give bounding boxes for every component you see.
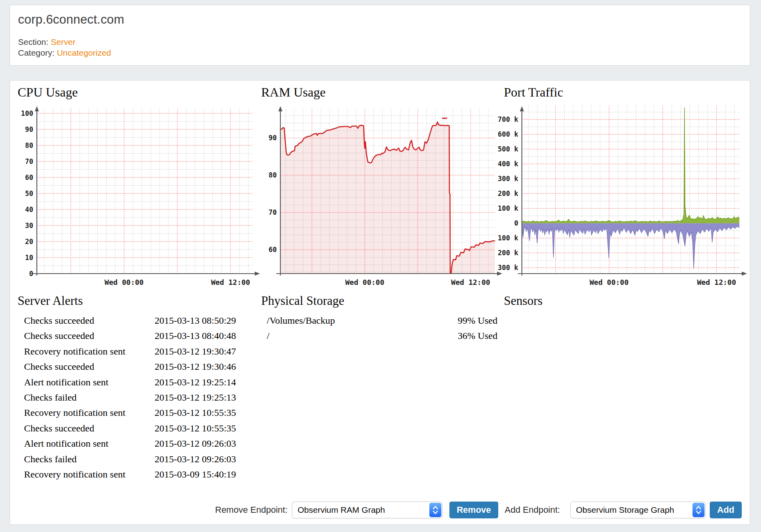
svg-text:600 k: 600 k [498, 130, 518, 138]
alert-label: Checks failed [24, 451, 155, 467]
alert-timestamp: 2015-03-12 19:30:47 [155, 344, 264, 359]
alert-row: Recovery notification sent2015-03-12 10:… [24, 405, 264, 420]
svg-text:70: 70 [25, 157, 33, 165]
storage-used-percent: 36% Used [458, 328, 497, 343]
storage-used-percent: 99% Used [458, 313, 497, 328]
svg-text:50: 50 [25, 189, 33, 197]
svg-text:30: 30 [25, 222, 33, 230]
section-line: Section: Server [18, 37, 76, 47]
svg-text:Wed 00:00: Wed 00:00 [590, 278, 629, 286]
alert-timestamp: 2015-03-12 19:30:46 [155, 359, 264, 374]
alert-timestamp: 2015-03-13 08:50:29 [155, 313, 264, 328]
port-traffic-chart: 700 k600 k500 k400 k300 k200 k100 k0100 … [487, 91, 756, 288]
alert-row: Checks failed2015-03-12 09:26:03 [24, 451, 264, 467]
svg-text:500 k: 500 k [498, 145, 518, 153]
alert-row: Alert notification sent2015-03-12 19:25:… [24, 375, 264, 390]
svg-text:40: 40 [25, 206, 33, 214]
alert-label: Checks failed [24, 390, 155, 405]
svg-text:200 k: 200 k [498, 189, 518, 197]
storage-section-title: Physical Storage [261, 294, 344, 308]
remove-endpoint-select-value: Observium RAM Graph [298, 502, 385, 518]
svg-text:60: 60 [25, 173, 33, 181]
remove-button[interactable]: Remove [449, 502, 498, 518]
alert-label: Alert notification sent [24, 375, 155, 390]
alert-label: Recovery notification sent [24, 344, 155, 359]
alert-timestamp: 2015-03-12 09:26:03 [155, 436, 264, 451]
alert-row: Recovery notification sent2015-03-09 15:… [24, 467, 264, 482]
alert-row: Alert notification sent2015-03-12 09:26:… [24, 436, 264, 451]
category-label: Category: [18, 48, 54, 57]
svg-text:100 k: 100 k [498, 204, 518, 212]
storage-path: /Volumes/Backup [267, 313, 335, 328]
svg-text:90: 90 [25, 125, 33, 133]
remove-endpoint-label: Remove Endpoint: [200, 502, 288, 518]
svg-text:60: 60 [269, 246, 277, 254]
alert-label: Recovery notification sent [24, 405, 155, 420]
add-endpoint-select[interactable]: Observium Storage Graph [570, 502, 706, 518]
alert-label: Checks succeeded [24, 359, 155, 374]
select-stepper-icon[interactable] [693, 503, 705, 517]
svg-text:100: 100 [21, 109, 33, 117]
storage-row: /Volumes/Backup99% Used [267, 313, 497, 328]
alert-timestamp: 2015-03-12 10:55:35 [155, 405, 264, 420]
cpu-usage-chart: 1009080706050403020100Wed 00:00Wed 12:00 [11, 91, 276, 288]
alert-row: Checks succeeded2015-03-12 10:55:35 [24, 421, 264, 436]
add-button[interactable]: Add [710, 502, 742, 518]
alert-label: Checks succeeded [24, 421, 155, 436]
category-line: Category: Uncategorized [18, 48, 111, 58]
svg-text:200 k: 200 k [498, 249, 518, 257]
alert-timestamp: 2015-03-12 10:55:35 [155, 421, 264, 436]
alerts-section-title: Server Alerts [18, 294, 83, 308]
alert-timestamp: 2015-03-12 19:25:13 [155, 390, 264, 405]
alert-row: Checks succeeded2015-03-13 08:50:29 [24, 313, 264, 328]
alert-row: Checks succeeded2015-03-13 08:40:48 [24, 328, 264, 343]
svg-text:80: 80 [25, 141, 33, 149]
svg-text:300 k: 300 k [498, 175, 518, 183]
svg-text:80: 80 [269, 171, 277, 179]
select-stepper-icon[interactable] [429, 503, 441, 517]
ram-usage-chart: 90807060Wed 00:00Wed 12:00 [255, 91, 519, 288]
alert-label: Checks succeeded [24, 328, 155, 343]
svg-text:Wed 12:00: Wed 12:00 [697, 278, 736, 286]
alert-row: Checks failed2015-03-12 19:25:13 [24, 390, 264, 405]
server-alerts-list: Checks succeeded2015-03-13 08:50:29Check… [24, 313, 264, 482]
svg-text:700 k: 700 k [498, 115, 518, 123]
alert-label: Alert notification sent [24, 436, 155, 451]
host-header-panel: corp.6connect.com Section: Server Catego… [10, 5, 750, 66]
section-label: Section: [18, 37, 48, 46]
alert-label: Checks succeeded [24, 313, 155, 328]
add-endpoint-select-value: Observium Storage Graph [576, 502, 674, 518]
svg-text:300 k: 300 k [498, 264, 518, 272]
alert-label: Recovery notification sent [24, 467, 155, 482]
alert-timestamp: 2015-03-12 19:25:14 [155, 375, 264, 390]
category-value-link[interactable]: Uncategorized [57, 48, 111, 57]
alert-timestamp: 2015-03-12 09:26:03 [155, 451, 264, 467]
sensors-section-title: Sensors [504, 294, 542, 308]
svg-text:Wed 00:00: Wed 00:00 [345, 278, 385, 286]
remove-endpoint-select[interactable]: Observium RAM Graph [292, 502, 443, 518]
add-endpoint-label: Add Endpoint: [505, 502, 569, 518]
svg-text:Wed 12:00: Wed 12:00 [211, 278, 250, 286]
svg-text:Wed 12:00: Wed 12:00 [451, 278, 490, 286]
alert-timestamp: 2015-03-13 08:40:48 [155, 328, 264, 343]
svg-text:90: 90 [269, 134, 277, 142]
alert-row: Recovery notification sent2015-03-12 19:… [24, 344, 264, 359]
physical-storage-list: /Volumes/Backup99% Used/36% Used [267, 313, 497, 344]
svg-text:400 k: 400 k [498, 160, 518, 168]
alert-timestamp: 2015-03-09 15:40:19 [155, 467, 264, 482]
alert-row: Checks succeeded2015-03-12 19:30:46 [24, 359, 264, 374]
section-value-link[interactable]: Server [51, 37, 76, 46]
svg-text:0: 0 [29, 270, 33, 278]
svg-text:Wed 00:00: Wed 00:00 [105, 278, 144, 286]
page-title: corp.6connect.com [18, 12, 124, 27]
svg-text:10: 10 [25, 254, 33, 262]
svg-text:0: 0 [514, 219, 518, 227]
svg-text:100 k: 100 k [498, 234, 518, 242]
storage-path: / [267, 328, 270, 343]
storage-row: /36% Used [267, 328, 497, 343]
svg-text:20: 20 [25, 238, 33, 246]
svg-text:70: 70 [269, 208, 277, 216]
